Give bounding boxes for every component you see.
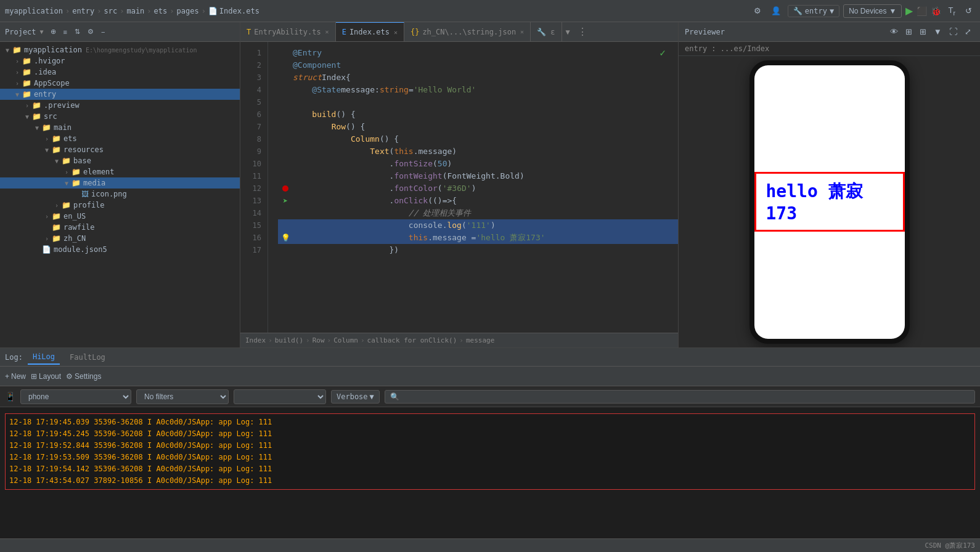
folder-icon-hvigor: 📁 <box>22 57 31 65</box>
debug-button[interactable]: ⬛ <box>917 6 927 16</box>
no-filters-select[interactable]: No filters <box>136 389 229 404</box>
log-search-input[interactable] <box>385 390 975 404</box>
code-line-8: Column() { <box>278 133 678 145</box>
settings-gear-icon: ⚙ <box>66 372 73 381</box>
tree-label-src: src <box>44 112 57 121</box>
tab-overflow-chevron[interactable]: ▼ <box>562 28 574 36</box>
sidebar-settings-btn[interactable]: ⚙ <box>84 26 97 38</box>
tree-item-hvigor[interactable]: › 📁 .hvigor <box>0 55 240 67</box>
tree-item-profile[interactable]: › 📁 profile <box>0 200 240 211</box>
bottom-panel: Log: HiLog FaultLog + New ⊞ Layout ⚙ Set… <box>0 347 980 538</box>
tab-close-string-json[interactable]: ✕ <box>520 28 524 35</box>
main-area: Project ▼ ⊕ ≡ ⇅ ⚙ − ▼ 📁 myapplication E:… <box>0 22 980 347</box>
tree-arrow-zhcn: › <box>42 235 52 242</box>
tree-item-enus[interactable]: › 📁 en_US <box>0 211 240 222</box>
line-num-5: 5 <box>240 96 267 108</box>
tree-item-base[interactable]: ▼ 📁 base <box>0 155 240 166</box>
tree-item-zhcn[interactable]: › 📁 zh_CN <box>0 233 240 244</box>
tab-close-index[interactable]: ✕ <box>394 29 398 36</box>
folder-icon-element: 📁 <box>71 168 81 176</box>
tree-item-idea[interactable]: › 📁 .idea <box>0 67 240 78</box>
tree-item-resources[interactable]: ▼ 📁 resources <box>0 144 240 155</box>
tree-item-media[interactable]: ▼ 📁 media <box>0 177 240 189</box>
tree-arrow-resources: ▼ <box>42 147 52 153</box>
layout-icon: ⊞ <box>31 372 37 381</box>
run-button[interactable]: ▶ <box>905 5 913 17</box>
previewer-icons: 👁 ⊞ ⊞ ▼ ⛶ ⤢ <box>888 26 974 38</box>
folder-icon-myapplication: 📁 <box>12 46 22 54</box>
settings-label: Settings <box>75 372 101 381</box>
profile-icon-btn[interactable]: 👤 <box>768 4 784 17</box>
sidebar-arrows-btn[interactable]: ⇅ <box>71 26 83 38</box>
line-num-13: 13 <box>240 195 267 207</box>
tab-close-entryability[interactable]: ✕ <box>325 28 329 35</box>
sidebar-list-btn[interactable]: ≡ <box>60 26 70 38</box>
breadcrumb-ets: ets <box>154 7 168 15</box>
code-line-17: }) <box>278 244 678 256</box>
status-bar: CSDN @萧寂173 <box>0 538 980 552</box>
bug-button[interactable]: 🐞 <box>931 6 941 16</box>
code-editor[interactable]: 1 2 3 4 5 6 7 8 9 10 11 12 13 14 15 16 1… <box>240 42 678 333</box>
prev-chevron-btn[interactable]: ▼ <box>931 26 944 38</box>
bulb-icon-16[interactable]: 💡 <box>281 232 290 244</box>
tab-other[interactable]: 🔧 ε <box>531 22 561 41</box>
tree-label-myapplication: myapplication <box>24 46 82 54</box>
code-line-5 <box>278 96 678 108</box>
code-line-13: ➤ .onClick(()=>{ <box>278 195 678 207</box>
phone-screen: hello 萧寂173 <box>754 65 905 339</box>
log-content-area[interactable]: 12-18 17:19:45.039 35396-36208 I A0c0d0/… <box>0 407 980 538</box>
breadcrumb-pages: pages <box>177 7 199 15</box>
editor-breadcrumb-bar: Index › build() › Row › Column › callbac… <box>240 333 678 347</box>
breadcrumb-file: 📄 Index.ets <box>208 7 259 15</box>
folder-icon-rawfile: 📁 <box>52 223 61 232</box>
tree-label-element: element <box>83 168 115 176</box>
prev-expand-btn[interactable]: ⛶ <box>947 26 960 38</box>
sidebar-add-btn[interactable]: ⊕ <box>47 26 59 38</box>
tree-item-ets[interactable]: › 📁 ets <box>0 133 240 144</box>
log-tab-hilog[interactable]: HiLog <box>28 350 60 365</box>
tree-item-entry[interactable]: ▼ 📁 entry <box>0 89 240 100</box>
log-toolbar: + New ⊞ Layout ⚙ Settings <box>0 367 980 386</box>
tree-item-myapplication[interactable]: ▼ 📁 myapplication E:\hongmengstudy\myapp… <box>0 44 240 55</box>
line-num-15: 15 <box>240 219 267 232</box>
tab-entryability[interactable]: T EntryAbility.ts ✕ <box>240 22 336 41</box>
prev-maximize-btn[interactable]: ⤢ <box>962 26 974 38</box>
breakpoint-12[interactable] <box>282 185 288 192</box>
tabs-more-btn[interactable]: ⋮ <box>574 26 591 38</box>
verbose-select[interactable]: Verbose ▼ <box>331 390 380 404</box>
tree-item-preview[interactable]: › 📁 .preview <box>0 100 240 111</box>
tree-item-element[interactable]: › 📁 element <box>0 166 240 177</box>
folder-icon-media: 📁 <box>71 179 81 187</box>
gutter-16: 💡 <box>278 232 293 244</box>
sidebar-minus-btn[interactable]: − <box>98 26 108 38</box>
no-devices-label: No Devices <box>849 7 886 15</box>
no-devices-button[interactable]: No Devices ▼ <box>843 4 902 18</box>
prev-eye-btn[interactable]: 👁 <box>888 26 900 38</box>
tree-item-appscope[interactable]: › 📁 AppScope <box>0 78 240 89</box>
tree-item-main[interactable]: ▼ 📁 main <box>0 122 240 133</box>
tree-item-rawfile[interactable]: › 📁 rawfile <box>0 222 240 233</box>
tree-item-icon-png[interactable]: › 🖼 icon.png <box>0 189 240 200</box>
tab-label-entryability: EntryAbility.ts <box>254 28 321 36</box>
log-tab-faultlog[interactable]: FaultLog <box>65 351 110 364</box>
previewer-path: entry : ...es/Index <box>685 44 769 53</box>
tab-string-json[interactable]: {} zh_CN\...\string.json ✕ <box>404 22 531 41</box>
device-filter-select[interactable]: phone <box>20 389 131 404</box>
tree-label-appscope: AppScope <box>34 79 70 87</box>
line-numbers: 1 2 3 4 5 6 7 8 9 10 11 12 13 14 15 16 1… <box>240 42 268 333</box>
font-icon-btn[interactable]: Tr <box>945 4 958 18</box>
tree-item-modulejson5[interactable]: › 📄 module.json5 <box>0 244 240 255</box>
settings-button[interactable]: ⚙ Settings <box>66 372 101 381</box>
line-num-16: 16 <box>240 232 267 244</box>
layout-button[interactable]: ⊞ Layout <box>31 372 61 381</box>
refresh-icon-btn[interactable]: ↺ <box>962 4 975 17</box>
layout-label: Layout <box>39 372 61 381</box>
code-line-3: struct Index { <box>278 71 678 84</box>
empty-filter-select[interactable] <box>234 389 326 404</box>
prev-grid-btn[interactable]: ⊞ <box>917 26 929 38</box>
new-button[interactable]: + New <box>5 372 26 381</box>
settings-icon-btn[interactable]: ⚙ <box>751 4 764 17</box>
tree-item-src[interactable]: ▼ 📁 src <box>0 111 240 122</box>
prev-layers-btn[interactable]: ⊞ <box>903 26 915 38</box>
tab-index[interactable]: E Index.ets ✕ <box>336 22 404 41</box>
